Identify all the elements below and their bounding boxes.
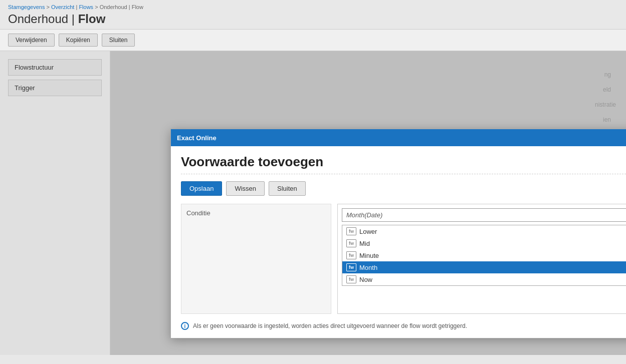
sidebar-item-trigger[interactable]: Trigger <box>8 80 102 96</box>
opslaan-button[interactable]: Opslaan <box>181 181 222 196</box>
modal-content-area: Conditie fw Lower <box>181 204 626 314</box>
modal-header-title: Exact Online <box>177 134 217 142</box>
sidebar-item-flowstructuur[interactable]: Flowstructuur <box>8 59 102 76</box>
page-header: Stamgegevens > Overzicht | Flows > Onder… <box>0 0 626 30</box>
modal-toolbar: Opslaan Wissen Sluiten <box>181 181 626 196</box>
item-name-minute: Minute <box>359 252 626 259</box>
dropdown-item-now[interactable]: fw Now <box>342 273 626 285</box>
formula-input[interactable] <box>342 208 626 222</box>
wissen-button[interactable]: Wissen <box>226 181 265 196</box>
fn-badge-minute: fw <box>346 251 356 259</box>
dropdown-item-minute[interactable]: fw Minute <box>342 249 626 261</box>
breadcrumb-flows[interactable]: Flows <box>79 4 93 10</box>
breadcrumb-current: Onderhoud | Flow <box>100 4 143 10</box>
page-toolbar: Verwijderen Kopiëren Sluiten <box>0 30 626 51</box>
left-panel: Flowstructuur Trigger <box>0 51 110 355</box>
modal-body: Voorwaarde toevoegen IT ▾ Opslaan Wissen… <box>171 146 626 338</box>
verwijderen-button[interactable]: Verwijderen <box>8 34 55 47</box>
modal-header: Exact Online ✕ <box>171 129 626 146</box>
item-name-mid: Mid <box>359 240 626 247</box>
dropdown-list: fw Lower fw Mid <box>342 225 626 286</box>
modal-title-row: Voorwaarde toevoegen IT ▾ <box>181 154 626 170</box>
modal-footer: i Als er geen voorwaarde is ingesteld, w… <box>181 322 626 330</box>
item-name-lower: Lower <box>359 228 626 235</box>
info-icon: i <box>181 322 189 330</box>
fn-badge-mid: fw <box>346 239 356 247</box>
fn-badge-now: fw <box>346 275 356 283</box>
fn-badge-month: fw <box>346 263 356 271</box>
dropdown-item-lower[interactable]: fw Lower <box>342 225 626 237</box>
page-title: Onderhoud | Flow <box>8 12 618 26</box>
modal-dialog: Exact Online ✕ Voorwaarde toevoegen IT ▾… <box>170 129 626 338</box>
fn-badge-lower: fw <box>346 227 356 235</box>
page-background: Stamgegevens > Overzicht | Flows > Onder… <box>0 0 626 364</box>
item-name-now: Now <box>359 276 626 283</box>
sluiten-button[interactable]: Sluiten <box>102 34 135 47</box>
conditie-panel: Conditie <box>181 204 331 314</box>
right-panel: ng eld nistratie ien + Voorwaarde t... E… <box>110 51 626 355</box>
item-name-month: Month <box>359 264 626 271</box>
breadcrumb-overzicht[interactable]: Overzicht <box>51 4 74 10</box>
footer-info-text: Als er geen voorwaarde is ingesteld, wor… <box>193 322 467 329</box>
breadcrumb-stamgegevens[interactable]: Stamgegevens <box>8 4 45 10</box>
formula-area: fw Lower fw Mid <box>337 204 626 314</box>
modal-sluiten-button[interactable]: Sluiten <box>269 181 306 196</box>
dropdown-item-month[interactable]: fw Month Month <box>342 261 626 273</box>
kopieren-button[interactable]: Kopiëren <box>59 34 98 47</box>
dropdown-item-mid[interactable]: fw Mid <box>342 237 626 249</box>
breadcrumb: Stamgegevens > Overzicht | Flows > Onder… <box>8 4 618 10</box>
conditie-label: Conditie <box>186 209 326 217</box>
modal-divider <box>181 174 626 174</box>
modal-dialog-title: Voorwaarde toevoegen <box>181 154 323 170</box>
